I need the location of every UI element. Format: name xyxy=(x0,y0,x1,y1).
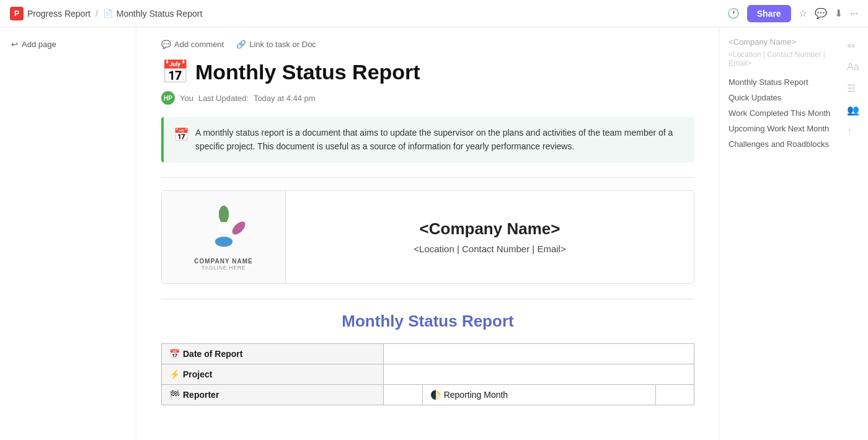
toolbar-row: 💬 Add comment 🔗 Link to task or Doc xyxy=(161,40,694,49)
month-label: Reporting Month xyxy=(444,390,508,400)
table-cell-label-month: 🌓Reporting Month xyxy=(422,384,655,405)
reporter-label: Reporter xyxy=(183,390,219,400)
table-cell-value-project[interactable] xyxy=(384,364,694,384)
more-icon[interactable]: ··· xyxy=(850,8,858,19)
link-label: Link to task or Doc xyxy=(249,40,316,49)
company-name-text: <Company Name> xyxy=(420,219,560,239)
toc-item-3[interactable]: Upcoming Work Next Month xyxy=(728,123,842,134)
history-icon[interactable]: 🕐 xyxy=(727,7,740,19)
right-panel-icons: ⇔ Aa ☰ 👥 ↑ xyxy=(847,37,859,154)
link-button[interactable]: 🔗 Link to task or Doc xyxy=(236,40,316,49)
date-label: Date of Report xyxy=(183,349,242,359)
font-size-icon[interactable]: Aa xyxy=(847,61,859,73)
author-name: You xyxy=(180,94,193,103)
toc-item-0[interactable]: Monthly Status Report xyxy=(728,76,842,88)
report-table: 📅Date of Report ⚡Project 🏁Reporter 🌓Repo… xyxy=(161,343,694,405)
project-label: Project xyxy=(183,369,212,379)
chat-icon[interactable]: 💬 xyxy=(815,7,827,19)
share-doc-icon[interactable]: ↑ xyxy=(847,126,859,137)
table-of-contents-icon[interactable]: ☰ xyxy=(847,82,859,94)
doc-title: 📅 Monthly Status Report xyxy=(161,59,694,85)
title-icon: 📅 xyxy=(161,59,189,85)
toc-contact[interactable]: <Location | Contact Number | Email> xyxy=(728,50,842,68)
logo-company-name: COMPANY NAME xyxy=(194,258,252,265)
svg-point-5 xyxy=(229,219,247,237)
link-icon: 🔗 xyxy=(236,40,246,49)
right-panel-inner: <Company Name> <Location | Contact Numbe… xyxy=(728,37,859,154)
table-cell-label-date: 📅Date of Report xyxy=(162,343,384,364)
add-page-button[interactable]: ↩ Add page xyxy=(7,37,128,51)
content-area: 💬 Add comment 🔗 Link to task or Doc 📅 Mo… xyxy=(136,27,719,440)
callout-icon: 📅 xyxy=(174,127,189,154)
table-row: 📅Date of Report xyxy=(162,343,694,364)
breadcrumb-current: Monthly Status Report xyxy=(117,9,203,19)
month-icon: 🌓 xyxy=(430,390,441,400)
download-icon[interactable]: ⬇ xyxy=(835,7,843,19)
reporter-icon: 🏁 xyxy=(169,390,180,400)
svg-point-2 xyxy=(219,206,229,223)
breadcrumb-separator: / xyxy=(95,9,98,19)
main-layout: ↩ Add page 💬 Add comment 🔗 Link to task … xyxy=(0,27,868,440)
toc-item-4[interactable]: Challenges and Roadblocks xyxy=(728,138,842,150)
last-updated-value: Today at 4:44 pm xyxy=(254,94,316,103)
table-cell-label-reporter: 🏁Reporter xyxy=(162,384,384,405)
comment-label: Add comment xyxy=(174,40,224,49)
collaborators-icon[interactable]: 👥 xyxy=(847,104,859,116)
share-button[interactable]: Share xyxy=(747,5,791,22)
logo-tagline: TAGLINE HERE xyxy=(194,265,252,271)
divider-1 xyxy=(161,177,694,178)
company-logo-svg xyxy=(199,203,249,253)
section-title: Monthly Status Report xyxy=(161,312,694,331)
last-updated-label: Last Updated: xyxy=(198,94,249,103)
doc-title-text: Monthly Status Report xyxy=(195,60,420,84)
svg-point-6 xyxy=(218,222,230,234)
table-row: 🏁Reporter 🌓Reporting Month xyxy=(162,384,694,405)
project-icon: ⚡ xyxy=(169,369,180,379)
company-name-cell: <Company Name> <Location | Contact Numbe… xyxy=(286,191,694,283)
table-row: ⚡Project xyxy=(162,364,694,384)
sidebar-right: <Company Name> <Location | Contact Numbe… xyxy=(719,27,868,440)
comment-icon: 💬 xyxy=(161,40,171,49)
top-nav: P Progress Report / 📄 Monthly Status Rep… xyxy=(0,0,868,27)
date-icon: 📅 xyxy=(169,349,180,359)
company-block: COMPANY NAME TAGLINE HERE <Company Name>… xyxy=(161,190,694,284)
toc-item-2[interactable]: Work Completed This Month xyxy=(728,107,842,119)
callout-text: A monthly status report is a document th… xyxy=(195,126,684,154)
table-cell-value-month[interactable] xyxy=(655,384,694,405)
expand-icon[interactable]: ⇔ xyxy=(847,40,859,51)
add-page-label: Add page xyxy=(22,40,56,49)
breadcrumb-root[interactable]: Progress Report xyxy=(27,9,91,19)
company-logo-cell: COMPANY NAME TAGLINE HERE xyxy=(162,191,286,283)
table-cell-label-project: ⚡Project xyxy=(162,364,384,384)
breadcrumb: P Progress Report / 📄 Monthly Status Rep… xyxy=(10,7,202,20)
doc-meta: HP You Last Updated: Today at 4:44 pm xyxy=(161,91,694,105)
nav-actions: 🕐 Share ☆ 💬 ⬇ ··· xyxy=(727,5,858,22)
doc-type-icon: 📄 xyxy=(103,9,113,18)
avatar: HP xyxy=(161,91,175,105)
company-contact-text: <Location | Contact Number | Email> xyxy=(414,244,565,254)
toc-item-1[interactable]: Quick Updates xyxy=(728,92,842,103)
toc-section: <Company Name> <Location | Contact Numbe… xyxy=(728,37,842,154)
table-cell-value-reporter[interactable] xyxy=(384,384,422,405)
sidebar-left: ↩ Add page xyxy=(0,27,136,440)
star-icon[interactable]: ☆ xyxy=(799,7,807,19)
svg-point-3 xyxy=(215,237,232,247)
add-page-icon: ↩ xyxy=(11,40,18,49)
add-comment-button[interactable]: 💬 Add comment xyxy=(161,40,224,49)
table-cell-value-date[interactable] xyxy=(384,343,694,364)
toc-company-name[interactable]: <Company Name> xyxy=(728,37,842,46)
callout-block: 📅 A monthly status report is a document … xyxy=(161,117,694,162)
divider-2 xyxy=(161,299,694,299)
app-logo: P xyxy=(10,7,24,20)
